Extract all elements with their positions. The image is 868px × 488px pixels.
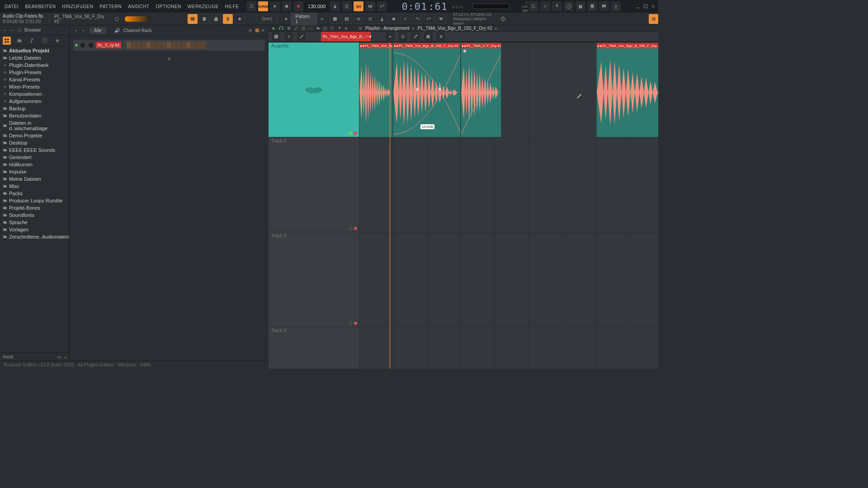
- audio-clip[interactable]: ▸◂PL_TMA_V..F_Dry #2: [461, 42, 501, 137]
- pl-zoom-icon[interactable]: [330, 26, 335, 31]
- up-icon[interactable]: [10, 28, 14, 33]
- pl-tool-menu[interactable]: [271, 32, 281, 42]
- menu-bearbeiten[interactable]: BEARBEITEN: [22, 4, 58, 9]
- menu-burger-icon[interactable]: [649, 14, 658, 24]
- pl-undo-icon[interactable]: [316, 26, 320, 31]
- fade-handle-icon[interactable]: [463, 50, 466, 52]
- tree-item[interactable]: Zerschnittene..Audiomaterial: [0, 233, 69, 240]
- pl-menu-icon[interactable]: [358, 26, 363, 31]
- audio-clip[interactable]: ▸◂PL_TMA_Vox_Bgv_B_150_F_Dry #2 10.6dB: [393, 42, 461, 137]
- view-tempo-btn[interactable]: [377, 14, 387, 24]
- rack-channel-row[interactable]: PL_T...ry #2: [73, 40, 265, 51]
- playlist-view-button[interactable]: [188, 14, 198, 24]
- tree-item[interactable]: Desktop: [0, 139, 69, 146]
- view-pianoroll-btn[interactable]: [342, 14, 352, 24]
- menu-pattern[interactable]: PATTERN: [97, 4, 124, 9]
- step-sequencer[interactable]: [127, 42, 206, 49]
- rack-filter[interactable]: Alle: [90, 27, 106, 34]
- rack-fwd-icon[interactable]: [81, 28, 86, 33]
- tree-item[interactable]: Demo-Projekte: [0, 132, 69, 139]
- menu-ansicht[interactable]: ANSICHT: [125, 4, 152, 9]
- tree-item[interactable]: Mixer-Presets: [0, 83, 69, 90]
- browser-button[interactable]: [235, 14, 245, 24]
- tree-item[interactable]: Backup: [0, 105, 69, 112]
- track-mute-icon[interactable]: [349, 131, 352, 135]
- rack-add-channel[interactable]: +: [73, 51, 265, 67]
- fade-handle-icon[interactable]: [439, 88, 441, 91]
- channel-rack-button[interactable]: [211, 14, 221, 24]
- pl-headphones-icon[interactable]: [278, 26, 284, 31]
- tree-item[interactable]: Dateien in d..wischenablage: [0, 119, 69, 132]
- pl-tool-plus[interactable]: +: [385, 32, 395, 42]
- playlist-grid[interactable]: 2 3 4 5 6 7 8 ▸◂PL_TMA_Vox_Bgv ▸◂PL_: [359, 42, 658, 369]
- pattern-add-icon[interactable]: [317, 14, 327, 24]
- download-icon[interactable]: [611, 1, 621, 11]
- audio-clip[interactable]: ▸◂PL_TMA_Vox_Bgv_B_150_F_Dry #2: [596, 42, 658, 137]
- pl-tool-sliders[interactable]: [398, 32, 408, 42]
- pl-play-icon[interactable]: [271, 26, 276, 31]
- view-redo-btn[interactable]: [424, 14, 434, 24]
- browser-star-icon[interactable]: [53, 37, 61, 45]
- pl-mic-icon[interactable]: [337, 26, 342, 31]
- comment-icon[interactable]: [599, 1, 609, 11]
- tree-item[interactable]: Projekt-Bones: [0, 204, 69, 211]
- tags-label[interactable]: TAGS: [3, 355, 14, 359]
- pl-tool-draw[interactable]: [297, 32, 307, 42]
- menu-werkzeuge[interactable]: WERKZEUGE: [185, 4, 222, 9]
- step-icon[interactable]: [365, 1, 375, 11]
- view-playlist-btn[interactable]: [330, 14, 340, 24]
- playhead[interactable]: [390, 42, 390, 369]
- tree-item[interactable]: Soundfonts: [0, 211, 69, 219]
- browser-clock-icon[interactable]: [41, 37, 49, 45]
- tree-item[interactable]: Sprache: [0, 219, 69, 226]
- track-header-3[interactable]: Track 3: [269, 232, 359, 327]
- tree-item[interactable]: Kanal-Presets: [0, 76, 69, 83]
- tree-item[interactable]: Benutzerdaten: [0, 112, 69, 119]
- channel-vol-knob[interactable]: [88, 42, 94, 48]
- tree-item[interactable]: Plugin-Presets: [0, 69, 69, 76]
- rack-grid-icon[interactable]: ▦: [255, 28, 259, 33]
- menu-datei[interactable]: DATEI: [2, 4, 21, 9]
- version-info[interactable]: 07:12 FL STUDIO 21 Released | What's New…: [449, 12, 499, 26]
- stop-button[interactable]: [282, 1, 292, 11]
- master-volume[interactable]: [125, 16, 151, 22]
- refresh-icon[interactable]: [17, 28, 22, 33]
- browser-folder-icon[interactable]: [15, 37, 24, 45]
- minimize-icon[interactable]: [635, 1, 642, 11]
- mini-play-icon[interactable]: [112, 14, 122, 24]
- rack-speaker-icon[interactable]: 🔊: [114, 28, 120, 33]
- pl-tool-pattern[interactable]: [423, 32, 433, 42]
- time-counter[interactable]: 0:01:61: [401, 1, 448, 12]
- pl-link-icon[interactable]: [294, 26, 298, 31]
- tree-item[interactable]: Producer Loops Rumble: [0, 197, 69, 204]
- tree-item[interactable]: Aufgenommen: [0, 98, 69, 105]
- tree-item[interactable]: EEEE EEEE Sounds: [0, 146, 69, 154]
- tree-item[interactable]: Misc: [0, 183, 69, 190]
- track-header-1[interactable]: Acapella: [269, 42, 359, 137]
- tree-item[interactable]: Packs: [0, 190, 69, 197]
- channel-name[interactable]: PL_T...ry #2: [96, 42, 121, 48]
- tree-item[interactable]: Meine Dateien: [0, 175, 69, 183]
- pl-crumb-2[interactable]: PL_TMA_Vox_Bgv_B_150_F_Dry #2: [418, 26, 492, 31]
- pl-block-icon[interactable]: [301, 26, 306, 31]
- tree-item[interactable]: Kompositionen: [0, 90, 69, 98]
- view-undo-btn[interactable]: [412, 14, 422, 24]
- record-button[interactable]: [293, 1, 303, 11]
- tree-item[interactable]: Gerendert: [0, 154, 69, 161]
- track-mute-icon[interactable]: [349, 227, 353, 230]
- play-button[interactable]: [270, 1, 280, 11]
- pl-tool-wrench[interactable]: [410, 32, 420, 42]
- rack-graph-icon[interactable]: [248, 28, 253, 33]
- view-shop-btn[interactable]: [436, 14, 446, 24]
- audio-clip[interactable]: ▸◂PL_TMA_Vox_Bgv: [359, 42, 393, 137]
- sync-icon[interactable]: [246, 1, 256, 11]
- rack-back-icon[interactable]: [73, 28, 78, 33]
- metronome-icon[interactable]: [330, 1, 340, 11]
- browser-audio-icon[interactable]: [28, 37, 36, 45]
- track-header-2[interactable]: Track 2: [269, 137, 359, 232]
- tempo-display[interactable]: 130.000: [305, 3, 329, 10]
- track-mute-icon[interactable]: [349, 322, 353, 325]
- picker-dropdown-icon[interactable]: ▾: [369, 34, 372, 39]
- track-solo-icon[interactable]: [354, 322, 357, 325]
- undo-history-icon[interactable]: [528, 1, 538, 11]
